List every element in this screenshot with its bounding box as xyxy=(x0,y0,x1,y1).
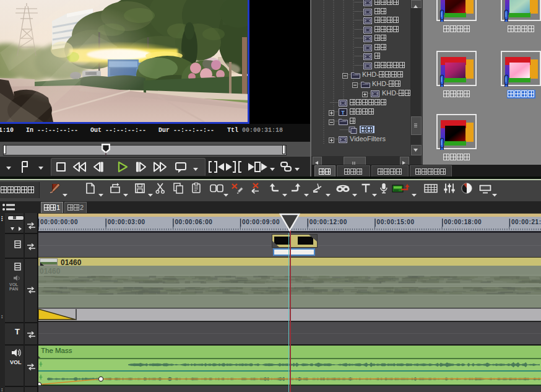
svg-text:T: T xyxy=(341,110,345,116)
